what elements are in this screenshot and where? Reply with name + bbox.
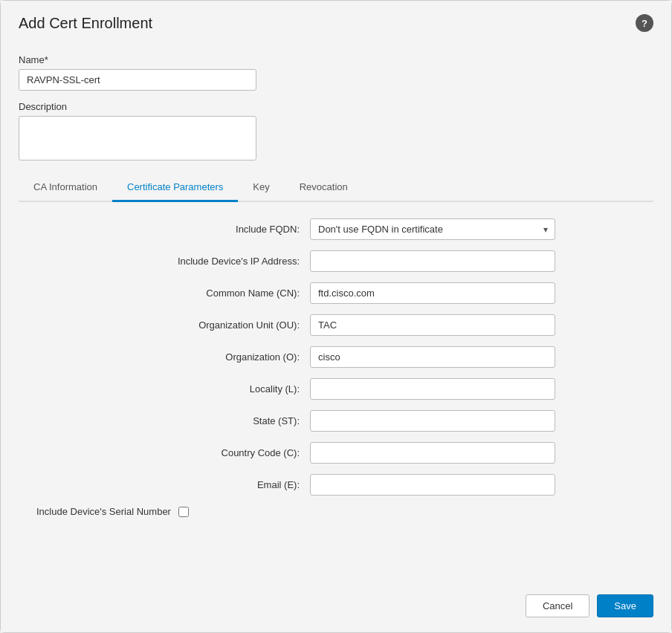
serial-number-label: Include Device's Serial Number <box>36 506 171 517</box>
cancel-button[interactable]: Cancel <box>526 594 589 617</box>
tab-certificate-parameters[interactable]: Certificate Parameters <box>112 174 238 202</box>
common-name-input[interactable] <box>310 282 555 304</box>
state-input-wrapper <box>310 410 555 432</box>
email-input[interactable] <box>310 474 555 496</box>
include-device-ip-input[interactable] <box>310 250 555 272</box>
tab-revocation[interactable]: Revocation <box>285 174 363 202</box>
common-name-input-wrapper <box>310 282 555 304</box>
common-name-label: Common Name (CN): <box>117 288 310 299</box>
email-label: Email (E): <box>117 479 310 490</box>
country-code-input-wrapper <box>310 442 555 464</box>
tabs-container: CA Information Certificate Parameters Ke… <box>19 174 653 202</box>
include-device-ip-row: Include Device's IP Address: <box>19 250 653 272</box>
locality-label: Locality (L): <box>117 383 310 395</box>
org-input[interactable] <box>310 346 555 368</box>
name-input[interactable] <box>19 69 256 91</box>
include-fqdn-select[interactable]: Don't use FQDN in certificate Use device… <box>310 218 555 240</box>
common-name-row: Common Name (CN): <box>19 282 653 304</box>
include-fqdn-select-wrapper: Don't use FQDN in certificate Use device… <box>310 218 555 240</box>
state-row: State (ST): <box>19 410 653 432</box>
include-fqdn-label: Include FQDN: <box>117 224 310 235</box>
org-row: Organization (O): <box>19 346 653 368</box>
include-fqdn-row: Include FQDN: Don't use FQDN in certific… <box>19 218 653 240</box>
locality-row: Locality (L): <box>19 378 653 400</box>
include-device-ip-input-wrapper <box>310 250 555 272</box>
description-input[interactable] <box>19 116 256 160</box>
email-row: Email (E): <box>19 474 653 496</box>
org-input-wrapper <box>310 346 555 368</box>
dialog-footer: Cancel Save <box>1 582 671 632</box>
country-code-input[interactable] <box>310 442 555 464</box>
org-unit-row: Organization Unit (OU): <box>19 314 653 336</box>
serial-number-checkbox[interactable] <box>178 507 189 517</box>
include-fqdn-input-wrapper: Don't use FQDN in certificate Use device… <box>310 218 555 240</box>
state-label: State (ST): <box>117 415 310 426</box>
description-field-group: Description <box>19 101 653 163</box>
add-cert-enrollment-dialog: Add Cert Enrollment ? Name* Description … <box>0 0 672 633</box>
description-label: Description <box>19 101 653 112</box>
country-code-label: Country Code (C): <box>117 447 310 458</box>
country-code-row: Country Code (C): <box>19 442 653 464</box>
name-label: Name* <box>19 54 653 65</box>
org-unit-input-wrapper <box>310 314 555 336</box>
dialog-title: Add Cert Enrollment <box>19 15 152 32</box>
org-label: Organization (O): <box>117 351 310 363</box>
org-unit-label: Organization Unit (OU): <box>117 319 310 331</box>
dialog-header: Add Cert Enrollment ? <box>1 1 671 42</box>
locality-input-wrapper <box>310 378 555 400</box>
save-button[interactable]: Save <box>597 594 653 617</box>
tab-ca-information[interactable]: CA Information <box>19 174 112 202</box>
state-input[interactable] <box>310 410 555 432</box>
locality-input[interactable] <box>310 378 555 400</box>
help-icon[interactable]: ? <box>636 14 653 32</box>
serial-number-row: Include Device's Serial Number <box>19 506 653 517</box>
tab-content-certificate-parameters: Include FQDN: Don't use FQDN in certific… <box>19 202 653 517</box>
tab-key[interactable]: Key <box>238 174 284 202</box>
dialog-body: Name* Description CA Information Certifi… <box>1 42 671 582</box>
email-input-wrapper <box>310 474 555 496</box>
name-field-group: Name* <box>19 54 653 91</box>
include-device-ip-label: Include Device's IP Address: <box>117 256 310 267</box>
org-unit-input[interactable] <box>310 314 555 336</box>
